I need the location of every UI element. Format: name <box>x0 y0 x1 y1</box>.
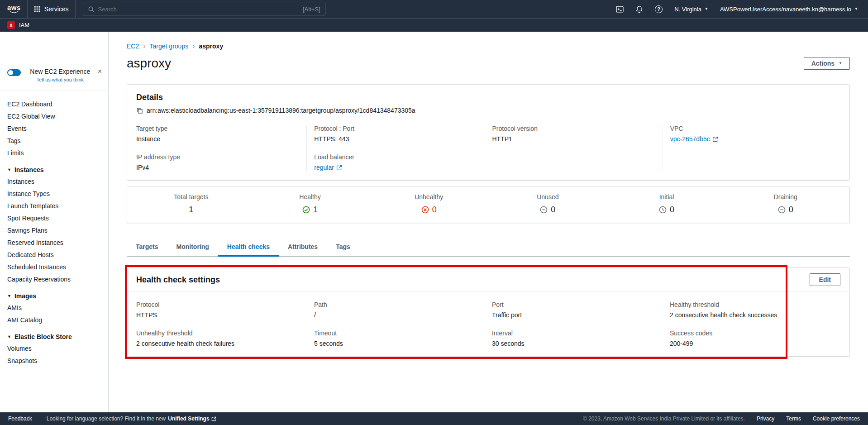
sidebar-section-instances[interactable]: ▼ Instances <box>0 164 108 176</box>
tab-monitoring[interactable]: Monitoring <box>167 239 218 257</box>
sidebar-item-snapshots[interactable]: Snapshots <box>0 355 108 367</box>
unused-minus-icon <box>540 206 548 214</box>
sidebar-section-images[interactable]: ▼ Images <box>0 290 108 302</box>
stat-draining: Draining 0 <box>726 193 845 215</box>
services-label: Services <box>44 5 69 13</box>
health-check-heading: Health check settings <box>136 275 220 285</box>
sidebar-item-spot-requests[interactable]: Spot Requests <box>0 212 108 224</box>
sidebar: New EC2 Experience Tell us what you thin… <box>0 32 109 412</box>
details-column-2: Protocol : Port HTTPS: 443 Load balancer… <box>306 125 484 171</box>
sidebar-item-capacity-reservations[interactable]: Capacity Reservations <box>0 273 108 286</box>
field-unhealthy-threshold: Unhealthy threshold 2 consecutive health… <box>136 329 307 347</box>
tab-tags[interactable]: Tags <box>327 239 359 257</box>
health-check-header: Health check settings Edit <box>127 268 849 292</box>
banner-title: New EC2 Experience <box>24 68 96 75</box>
new-experience-banner: New EC2 Experience Tell us what you thin… <box>0 68 108 91</box>
breadcrumb-target-groups[interactable]: Target groups <box>150 43 189 50</box>
sidebar-item-events[interactable]: Events <box>0 123 108 135</box>
region-selector[interactable]: N. Virginia ▼ <box>674 6 708 13</box>
actions-button[interactable]: Actions ▼ <box>804 57 850 70</box>
sidebar-item-amis[interactable]: AMIs <box>0 302 108 314</box>
account-menu[interactable]: AWSPowerUserAccess/navaneeth.kn@harness.… <box>720 6 858 13</box>
edit-button[interactable]: Edit <box>810 273 840 286</box>
unified-settings-link[interactable]: Unified Settings <box>168 415 216 422</box>
external-link-icon <box>336 165 342 171</box>
sidebar-item-reserved-instances[interactable]: Reserved Instances <box>0 237 108 249</box>
copy-arn-button[interactable] <box>136 107 143 114</box>
copy-icon <box>136 107 143 114</box>
arn-row: arn:aws:elasticloadbalancing:us-east-1:3… <box>136 107 840 114</box>
close-icon[interactable]: × <box>98 68 102 75</box>
sidebar-section-elastic-block-store[interactable]: ▼ Elastic Block Store <box>0 331 108 343</box>
healthy-check-icon <box>302 206 310 214</box>
new-experience-toggle[interactable] <box>7 69 21 76</box>
field-label: Protocol <box>136 301 307 308</box>
section-label: Elastic Block Store <box>14 333 72 340</box>
language-text: Looking for language selection? Find it … <box>47 415 166 422</box>
sidebar-item-tags[interactable]: Tags <box>0 135 108 147</box>
sidebar-item-dedicated-hosts[interactable]: Dedicated Hosts <box>0 249 108 261</box>
field-value: 2 consecutive health check failures <box>136 340 307 347</box>
target-group-arn: arn:aws:elasticloadbalancing:us-east-1:3… <box>147 107 415 114</box>
external-link-icon <box>211 416 216 421</box>
bell-icon <box>635 5 643 13</box>
unhealthy-cross-icon <box>421 206 429 214</box>
stat-label: Healthy <box>299 193 320 201</box>
vpc-link[interactable]: vpc-2657db5c <box>670 135 710 143</box>
tab-bar: Targets Monitoring Health checks Attribu… <box>127 239 850 257</box>
field-timeout: Timeout 5 seconds <box>314 329 485 347</box>
breadcrumb-ec2[interactable]: EC2 <box>127 43 139 50</box>
search-input[interactable] <box>98 6 299 13</box>
region-label: N. Virginia <box>674 6 701 13</box>
actions-label: Actions <box>811 60 835 67</box>
sidebar-item-ami-catalog[interactable]: AMI Catalog <box>0 314 108 326</box>
sidebar-item-limits[interactable]: Limits <box>0 147 108 159</box>
cloudshell-button[interactable] <box>616 5 624 13</box>
tab-health-checks[interactable]: Health checks <box>218 239 279 257</box>
terms-link[interactable]: Terms <box>786 415 801 422</box>
sidebar-item-instances[interactable]: Instances <box>0 176 108 188</box>
footer-right-group: © 2023, Amazon Web Services India Privat… <box>583 415 860 422</box>
field-value: 200-499 <box>670 340 840 347</box>
stat-value: 0 <box>432 205 437 215</box>
banner-feedback-link[interactable]: Tell us what you think <box>24 77 96 82</box>
stat-value: 1 <box>189 205 193 215</box>
sidebar-item-ec2-global-view[interactable]: EC2 Global View <box>0 110 108 123</box>
sidebar-item-instance-types[interactable]: Instance Types <box>0 188 108 200</box>
privacy-link[interactable]: Privacy <box>757 415 774 422</box>
load-balancer-link[interactable]: regular <box>314 164 334 171</box>
help-button[interactable]: ? <box>655 5 663 13</box>
cookie-preferences-link[interactable]: Cookie preferences <box>813 415 860 422</box>
service-tab-iam[interactable]: IAM <box>19 22 29 29</box>
field-interval: Interval 30 seconds <box>492 329 663 347</box>
feedback-link[interactable]: Feedback <box>8 415 32 422</box>
field-value: Traffic port <box>492 311 663 319</box>
search-icon <box>88 6 95 13</box>
tab-targets[interactable]: Targets <box>127 239 167 257</box>
services-menu-button[interactable]: Services <box>27 0 76 18</box>
aws-logo[interactable]: aws <box>7 5 21 13</box>
aws-logo-text: aws <box>7 5 21 10</box>
sidebar-item-scheduled-instances[interactable]: Scheduled Instances <box>0 261 108 273</box>
sidebar-item-launch-templates[interactable]: Launch Templates <box>0 200 108 212</box>
details-column-1: Target type Instance IP address type IPv… <box>136 125 306 171</box>
field-value: IPv4 <box>136 164 306 171</box>
service-subnav: IAM <box>0 18 868 32</box>
hc-column-2: Path / Timeout 5 seconds <box>307 301 485 347</box>
sidebar-item-volumes[interactable]: Volumes <box>0 343 108 355</box>
sidebar-item-savings-plans[interactable]: Savings Plans <box>0 224 108 237</box>
health-check-fields: Protocol HTTPS Unhealthy threshold 2 con… <box>127 292 849 356</box>
field-value: Instance <box>136 135 306 143</box>
page-header: asproxy Actions ▼ <box>127 56 850 71</box>
field-healthy-threshold: Healthy threshold 2 consecutive health c… <box>670 301 840 319</box>
hc-column-4: Healthy threshold 2 consecutive health c… <box>663 301 840 347</box>
sidebar-item-ec2-dashboard[interactable]: EC2 Dashboard <box>0 98 108 110</box>
page-title: asproxy <box>127 56 171 71</box>
global-search[interactable]: [Alt+S] <box>83 3 325 15</box>
tab-attributes[interactable]: Attributes <box>279 239 327 257</box>
iam-service-icon <box>7 21 15 29</box>
field-label: Protocol version <box>492 125 663 132</box>
notifications-button[interactable] <box>635 5 643 13</box>
stat-label: Draining <box>774 193 797 201</box>
field-protocol-version: Protocol version HTTP1 <box>492 125 663 143</box>
